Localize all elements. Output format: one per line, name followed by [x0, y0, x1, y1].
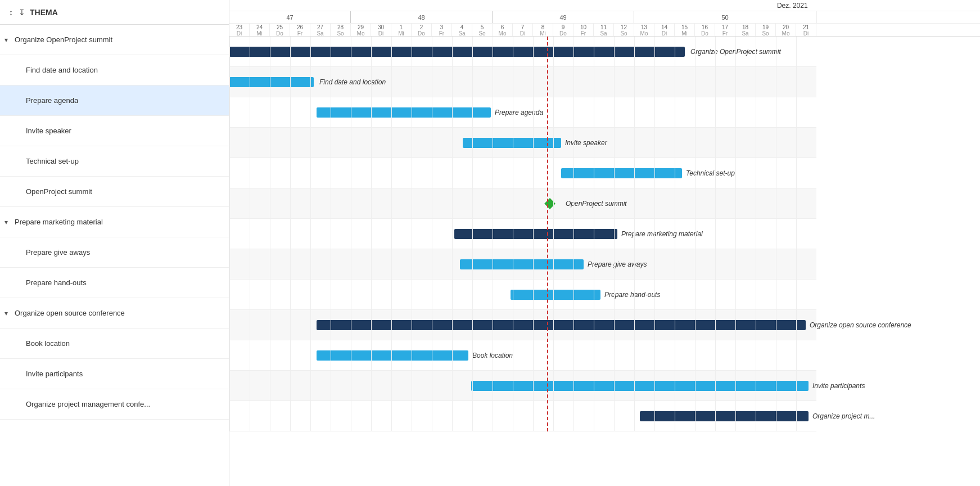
day-cell-19: 19So	[756, 24, 776, 36]
gantt-bar[interactable]	[229, 47, 685, 57]
gantt-bar[interactable]	[317, 107, 491, 118]
bar-label: Organize open source conference	[810, 320, 911, 330]
gantt-row-4: Technical set-up	[229, 158, 816, 188]
day-cell-15: 15Mi	[675, 24, 695, 36]
gantt-bar[interactable]	[229, 77, 314, 87]
gantt-bar[interactable]	[317, 320, 806, 330]
bar-label: OpenProject summit	[566, 199, 627, 209]
gantt-row-9: Organize open source conference	[229, 310, 816, 340]
bar-label: Organize project m...	[812, 411, 875, 421]
day-cell-1: 1Mi	[391, 24, 412, 36]
gantt-header: Dez. 2021 47484950 23Di24Mi25Do26Fr27Sa2…	[229, 0, 980, 37]
task-label: Book location	[26, 339, 70, 348]
gantt-row-8: Prepare hand-outs	[229, 280, 816, 310]
task-row-prep-give[interactable]: Prepare give aways	[0, 237, 229, 268]
gantt-bar[interactable]	[640, 411, 809, 421]
grid-line	[371, 37, 372, 431]
sidebar: ↕ ↧ THEMA ▾Organize OpenProject summitFi…	[0, 0, 229, 486]
day-cell-28: 28So	[331, 24, 351, 36]
chevron-icon[interactable]: ▾	[4, 36, 15, 44]
today-line	[547, 37, 548, 431]
month-label: Dez. 2021	[605, 2, 981, 10]
grid-line	[553, 37, 554, 431]
task-row-invite-part[interactable]: Invite participants	[0, 359, 229, 389]
gantt-row-12: Organize project m...	[229, 401, 816, 431]
grid-line	[472, 37, 473, 431]
day-cell-14: 14Di	[654, 24, 675, 36]
grid-line	[654, 37, 655, 431]
grid-line	[250, 37, 250, 431]
day-cell-18: 18Sa	[735, 24, 756, 36]
day-cell-10: 10Fr	[573, 24, 594, 36]
task-label: Organize open source conference	[15, 309, 125, 317]
task-row-book-loc[interactable]: Book location	[0, 328, 229, 359]
chevron-icon[interactable]: ▾	[4, 218, 15, 226]
day-cell-24: 24Mi	[250, 24, 270, 36]
grid-line	[776, 37, 776, 431]
task-label: Invite participants	[26, 370, 83, 378]
bar-label: Invite participants	[812, 381, 865, 391]
task-label: Organize OpenProject summit	[15, 35, 112, 44]
task-label: Prepare agenda	[26, 96, 78, 105]
day-header-row: 23Di24Mi25Do26Fr27Sa28So29Mo30Di1Mi2Do3F…	[229, 24, 980, 36]
chevron-icon[interactable]: ▾	[4, 309, 15, 317]
gantt-bar[interactable]	[317, 350, 468, 361]
task-row-prep-mkt[interactable]: ▾Prepare marketing material	[0, 207, 229, 237]
filter-icon[interactable]: ↧	[19, 8, 25, 17]
task-row-tech-setup[interactable]: Technical set-up	[0, 146, 229, 177]
grid-line	[533, 37, 534, 431]
task-row-find-date[interactable]: Find date and location	[0, 55, 229, 86]
grid-line	[634, 37, 635, 431]
task-row-invite-speaker[interactable]: Invite speaker	[0, 116, 229, 146]
task-list: ▾Organize OpenProject summitFind date an…	[0, 25, 229, 486]
grid-line	[675, 37, 675, 431]
gantt-bar[interactable]	[463, 138, 561, 148]
gantt-chart: Dez. 2021 47484950 23Di24Mi25Do26Fr27Sa2…	[229, 0, 980, 486]
week-label-49: 49	[493, 11, 634, 23]
day-cell-5: 5So	[472, 24, 493, 36]
gantt-row-11: Invite participants	[229, 371, 816, 401]
gantt-bar[interactable]	[471, 381, 809, 391]
grid-line	[432, 37, 432, 431]
gantt-inner: Dez. 2021 47484950 23Di24Mi25Do26Fr27Sa2…	[229, 0, 980, 431]
task-row-op-summit[interactable]: OpenProject summit	[0, 177, 229, 207]
day-cell-11: 11Sa	[594, 24, 614, 36]
task-row-org-op[interactable]: ▾Organize OpenProject summit	[0, 25, 229, 55]
task-row-prep-agenda[interactable]: Prepare agenda	[0, 86, 229, 116]
gantt-row-10: Book location	[229, 340, 816, 371]
task-row-org-oss[interactable]: ▾Organize open source conference	[0, 298, 229, 328]
grid-line	[493, 37, 493, 431]
day-cell-21: 21Di	[796, 24, 816, 36]
day-cell-8: 8Mi	[533, 24, 553, 36]
task-label: Technical set-up	[26, 157, 79, 165]
grid-line	[614, 37, 615, 431]
day-cell-16: 16Do	[695, 24, 715, 36]
gantt-bar[interactable]	[511, 290, 600, 300]
gantt-bar[interactable]	[454, 229, 617, 239]
week-header-row: 47484950	[229, 11, 980, 24]
sidebar-header: ↕ ↧ THEMA	[0, 0, 229, 25]
grid-line	[331, 37, 331, 431]
gantt-bar[interactable]	[561, 168, 682, 178]
gantt-row-3: Invite speaker	[229, 128, 816, 158]
task-label: Prepare marketing material	[15, 218, 103, 226]
task-label: Prepare give aways	[26, 248, 90, 256]
grid-line	[573, 37, 574, 431]
grid-line	[695, 37, 696, 431]
gantt-bar[interactable]	[460, 259, 584, 269]
task-row-org-proj[interactable]: Organize project management confe...	[0, 389, 229, 420]
task-label: Invite speaker	[26, 127, 71, 135]
gantt-row-7: Prepare give aways	[229, 249, 816, 280]
task-label: OpenProject summit	[26, 187, 92, 196]
grid-line	[270, 37, 270, 431]
grid-line	[391, 37, 392, 431]
day-cell-30: 30Di	[371, 24, 391, 36]
day-cell-23: 23Di	[229, 24, 250, 36]
gantt-row-0: Organize OpenProject summit	[229, 37, 816, 67]
task-row-prep-hand[interactable]: Prepare hand-outs	[0, 268, 229, 298]
sort-icon[interactable]: ↕	[9, 8, 13, 17]
day-cell-9: 9Do	[553, 24, 573, 36]
gantt-row-6: Prepare marketing material	[229, 219, 816, 249]
grid-line	[513, 37, 513, 431]
bar-label: Invite speaker	[565, 138, 607, 148]
